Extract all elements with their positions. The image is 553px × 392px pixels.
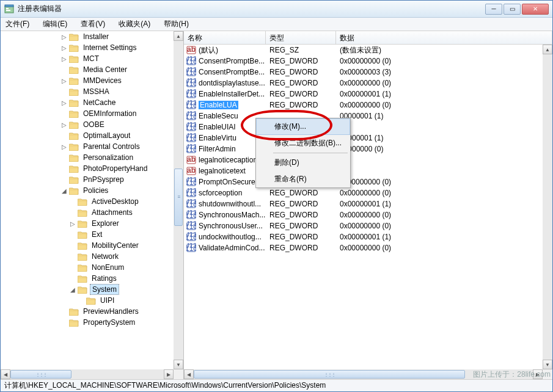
scroll-thumb[interactable]: ⋮⋮⋮ [194, 370, 465, 379]
tree-label[interactable]: Media Center [81, 65, 129, 74]
tree-label[interactable]: MobilityCenter [90, 241, 141, 250]
expand-icon[interactable]: ◢ [60, 187, 68, 194]
scroll-track[interactable]: ⋮⋮⋮ [10, 369, 164, 379]
list-row[interactable]: SynchronousUser...REG_DWORD0x00000000 (0… [184, 220, 543, 231]
tree-label[interactable]: Attachments [90, 208, 134, 217]
tree-scrollbar-vertical[interactable]: ▲ ≡ ▼ [174, 31, 183, 369]
scroll-left-button[interactable]: ◀ [184, 369, 194, 379]
tree-item[interactable]: ▷Internet Settings [1, 42, 174, 53]
scroll-right-button[interactable]: ▶ [164, 369, 174, 379]
tree-label[interactable]: ActiveDesktop [90, 197, 141, 206]
context-rename[interactable]: 重命名(R) [256, 171, 350, 187]
list-row[interactable]: ConsentPromptBe...REG_DWORD0x00000003 (3… [184, 67, 543, 78]
tree-label[interactable]: Internet Settings [81, 43, 138, 53]
list-row[interactable]: EnableInstallerDet...REG_DWORD0x00000001… [184, 89, 543, 100]
tree-item[interactable]: MobilityCenter [1, 240, 174, 251]
tree-label[interactable]: Network [90, 252, 120, 261]
titlebar[interactable]: 注册表编辑器 ─ ▭ ✕ [1, 1, 552, 18]
list-scrollbar-vertical[interactable]: ▲ ▼ [543, 45, 552, 369]
tree-item[interactable]: PnPSysprep [1, 174, 174, 185]
column-data[interactable]: 数据 [336, 31, 552, 44]
tree-label[interactable]: Ratings [90, 274, 119, 283]
expand-icon[interactable]: ▷ [60, 77, 68, 84]
tree-item[interactable]: OEMInformation [1, 108, 174, 119]
minimize-button[interactable]: ─ [485, 4, 502, 15]
tree-item[interactable]: UIPI [1, 295, 174, 306]
list-row[interactable]: scforceoptionREG_DWORD0x00000000 (0) [184, 187, 543, 198]
tree-label[interactable]: PhotoPropertyHand [81, 164, 149, 173]
tree-label[interactable]: OptimalLayout [81, 131, 132, 140]
list-row[interactable]: PromptOnSecureD...REG_DWORD0x00000000 (0… [184, 176, 543, 187]
tree-label[interactable]: PreviewHandlers [81, 307, 141, 316]
list-row[interactable]: legalnoticetextREG_SZ [184, 165, 543, 176]
tree-item[interactable]: ▷Parental Controls [1, 141, 174, 152]
scroll-thumb[interactable]: ≡ [174, 169, 183, 226]
maximize-button[interactable]: ▭ [504, 4, 521, 15]
list-row[interactable]: EnableSecu00000001 (1) [184, 111, 543, 122]
tree-label[interactable]: NetCache [81, 98, 117, 107]
tree-label[interactable]: OOBE [81, 120, 106, 129]
expand-icon[interactable]: ▷ [60, 121, 68, 128]
tree-item[interactable]: ◢System [1, 284, 174, 295]
tree-item[interactable]: ActiveDesktop [1, 196, 174, 207]
tree-label[interactable]: UIPI [98, 296, 116, 305]
tree-label[interactable]: Policies [81, 186, 110, 195]
expand-icon[interactable]: ▷ [60, 143, 68, 150]
tree-item[interactable]: Network [1, 251, 174, 262]
tree-item[interactable]: ▷Installer [1, 31, 174, 42]
tree-item[interactable]: Ratings [1, 273, 174, 284]
tree-label[interactable]: Personalization [81, 153, 135, 162]
scroll-track[interactable] [543, 54, 552, 360]
list-row[interactable]: EnableVirtu00000001 (1) [184, 132, 543, 143]
tree-item[interactable]: OptimalLayout [1, 130, 174, 141]
scroll-thumb[interactable]: ⋮⋮⋮ [10, 370, 71, 379]
list-row[interactable]: ValidateAdminCod...REG_DWORD0x00000000 (… [184, 242, 543, 253]
tree-label[interactable]: PropertySystem [81, 318, 137, 327]
expand-icon[interactable]: ▷ [69, 220, 76, 227]
list-row[interactable]: SynchronousMach...REG_DWORD0x00000000 (0… [184, 209, 543, 220]
tree-item[interactable]: ▷Explorer [1, 218, 174, 229]
tree-item[interactable]: NonEnum [1, 262, 174, 273]
menu-help[interactable]: 帮助(H) [161, 18, 191, 31]
tree-label[interactable]: MMDevices [81, 76, 123, 85]
tree-item[interactable]: ▷MMDevices [1, 75, 174, 86]
close-button[interactable]: ✕ [522, 4, 549, 15]
tree-label[interactable]: MCT [81, 54, 101, 64]
tree-label[interactable]: System [90, 284, 119, 295]
tree-label[interactable]: Ext [90, 230, 104, 239]
context-delete[interactable]: 删除(D) [256, 154, 350, 171]
scroll-left-button[interactable]: ◀ [1, 369, 10, 379]
expand-icon[interactable]: ◢ [69, 286, 76, 293]
menu-view[interactable]: 查看(V) [78, 18, 108, 31]
tree-item[interactable]: PreviewHandlers [1, 306, 174, 317]
list-row[interactable]: undockwithoutlog...REG_DWORD0x00000001 (… [184, 231, 543, 242]
tree-label[interactable]: Explorer [90, 219, 121, 228]
expand-icon[interactable]: ▷ [60, 55, 68, 62]
list-view[interactable]: (默认)REG_SZ(数值未设置)ConsentPromptBe...REG_D… [184, 45, 543, 369]
tree-item[interactable]: ▷NetCache [1, 97, 174, 108]
menu-file[interactable]: 文件(F) [3, 18, 32, 31]
tree-label[interactable]: Installer [81, 32, 111, 42]
tree-item[interactable]: MSSHA [1, 86, 174, 97]
list-row[interactable]: ConsentPromptBe...REG_DWORD0x00000000 (0… [184, 56, 543, 67]
expand-icon[interactable]: ▷ [60, 44, 68, 51]
tree-label[interactable]: Parental Controls [81, 142, 142, 151]
tree-item[interactable]: Personalization [1, 152, 174, 163]
scroll-down-button[interactable]: ▼ [543, 360, 552, 369]
tree-item[interactable]: ▷OOBE [1, 119, 174, 130]
column-name[interactable]: 名称 [184, 31, 266, 44]
tree-label[interactable]: PnPSysprep [81, 175, 126, 184]
list-row[interactable]: legalnoticecaptionREG_SZ [184, 154, 543, 165]
tree-item[interactable]: ◢Policies [1, 185, 174, 196]
tree-item[interactable]: PhotoPropertyHand [1, 163, 174, 174]
list-row[interactable]: shutdownwithoutl...REG_DWORD0x00000001 (… [184, 198, 543, 209]
column-type[interactable]: 类型 [266, 31, 336, 44]
tree-item[interactable]: Attachments [1, 207, 174, 218]
list-row[interactable]: dontdisplaylastuse...REG_DWORD0x00000000… [184, 78, 543, 89]
expand-icon[interactable]: ▷ [60, 99, 68, 106]
list-row[interactable]: FilterAdmin00000000 (0) [184, 143, 543, 154]
tree-view[interactable]: ▷Installer▷Internet Settings▷MCTMedia Ce… [1, 31, 174, 369]
tree-scrollbar-horizontal[interactable]: ◀ ⋮⋮⋮ ▶ [1, 369, 174, 379]
list-row[interactable]: EnableUIAI [184, 122, 543, 132]
tree-item[interactable]: Ext [1, 229, 174, 240]
